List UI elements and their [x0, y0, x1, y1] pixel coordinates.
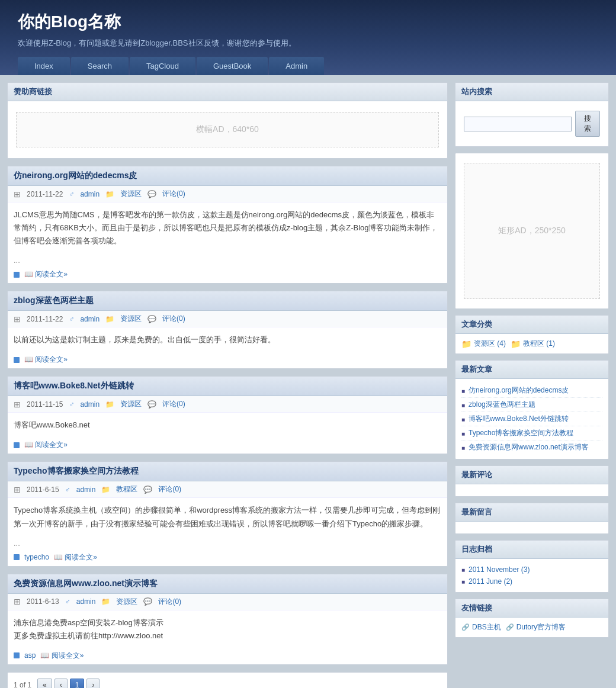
- main-content: 赞助商链接 横幅AD，640*60 仿neirong.org网站的dedecms…: [7, 82, 448, 688]
- recent-messages-section: 最新留言: [455, 503, 609, 534]
- read-more-link-2[interactable]: 📖 阅读全文»: [24, 440, 68, 450]
- article-comments[interactable]: 评论(0): [162, 189, 185, 199]
- main-nav: IndexSearchTagCloudGuestBookAdmin: [18, 57, 598, 75]
- recent-link-1[interactable]: zblog深蓝色两栏主题: [469, 400, 535, 410]
- tag-link-typecho[interactable]: typecho: [24, 553, 49, 561]
- article-body-4: 浦东信息港免费asp空间安装Z-blog博客演示更多免费虚拟主机请前往http:…: [8, 610, 447, 648]
- comment-icon: 💬: [147, 190, 156, 198]
- category-link-0[interactable]: 资源区 (4): [474, 339, 506, 349]
- nav-item-admin[interactable]: Admin: [269, 57, 324, 75]
- archive-link-0[interactable]: 2011 November (3): [469, 565, 530, 574]
- recent-link-0[interactable]: 仿neirong.org网站的dedecms皮: [469, 385, 569, 396]
- article-meta-3: ⊞ 2011-6-15 ♂ admin 📁 教程区 💬 评论(0): [8, 481, 447, 498]
- article-body-1: 以前还以为这是款订制主题，原来是免费的。出自低一度的手，很简洁好看。: [8, 327, 447, 352]
- search-title: 站内搜索: [455, 83, 608, 101]
- ad-square: 矩形AD，250*250: [464, 163, 600, 299]
- article-body-0: JLCMS意思为简随CMS，是博客吧发布的第一款仿皮，这款主题是仿neirong…: [8, 202, 447, 253]
- archive-title: 日志归档: [455, 541, 608, 559]
- article-category[interactable]: 资源区: [120, 399, 142, 409]
- article-body-3: Typecho博客系统换主机（或空间）的步骤很简单，和wordpress博客系统…: [8, 498, 447, 536]
- friend-link-1[interactable]: 🔗Dutory官方博客: [506, 622, 566, 632]
- article-title-bar-4: 免费资源信息网www.zloo.net演示博客: [8, 574, 447, 594]
- article-author[interactable]: admin: [80, 190, 100, 198]
- article-body-2: 博客吧www.Boke8.net: [8, 413, 447, 438]
- ad-square-content: 矩形AD，250*250: [455, 153, 608, 308]
- category-link-1[interactable]: 教程区 (1): [523, 339, 555, 349]
- category-list: 📁资源区 (4)📁教程区 (1): [461, 339, 602, 349]
- read-more-link-1[interactable]: 📖 阅读全文»: [24, 355, 68, 365]
- blog-title: 你的Blog名称: [18, 11, 598, 33]
- nav-item-index[interactable]: Index: [18, 57, 70, 75]
- archive-item-0: ■2011 November (3): [461, 564, 602, 576]
- article-category[interactable]: 资源区: [120, 314, 142, 324]
- article-ellipsis-3: ...: [8, 536, 447, 550]
- article-title-link-4[interactable]: 免费资源信息网www.zloo.net演示博客: [14, 578, 158, 588]
- recent-comments-section: 最新评论: [455, 465, 609, 497]
- article-title-link-3[interactable]: Typecho博客搬家换空间方法教程: [14, 466, 139, 475]
- categories-section: 文章分类 📁资源区 (4)📁教程区 (1): [455, 315, 609, 354]
- article-comments[interactable]: 评论(0): [158, 484, 181, 494]
- recent-messages-title: 最新留言: [455, 503, 608, 522]
- article-title-bar-2: 博客吧www.Boke8.Net外链跳转: [8, 377, 447, 396]
- grid-icon: ⊞: [14, 485, 21, 494]
- article-title-link-1[interactable]: zblog深蓝色两栏主题: [14, 295, 94, 305]
- friend-link-0[interactable]: 🔗DBS主机: [461, 622, 501, 632]
- archive-item-1: ■2011 June (2): [461, 576, 602, 587]
- tag-link-asp[interactable]: asp: [24, 651, 36, 660]
- sidebar: 站内搜索 搜索 矩形AD，250*250 文章分类 📁资源区 (4)📁教程区 (…: [455, 82, 609, 688]
- article-date: 2011-11-15: [27, 400, 63, 409]
- ad-banner: 横幅AD，640*60: [16, 112, 439, 147]
- comment-icon: 💬: [143, 486, 152, 494]
- article-tags-2: 📖 阅读全文»: [8, 438, 447, 454]
- search-section: 站内搜索 搜索: [455, 82, 609, 147]
- read-more-link-0[interactable]: 📖 阅读全文»: [24, 269, 68, 279]
- article-3: Typecho博客搬家换空间方法教程 ⊞ 2011-6-15 ♂ admin 📁…: [7, 461, 448, 566]
- article-comments[interactable]: 评论(0): [162, 399, 185, 409]
- recent-article-0: ■仿neirong.org网站的dedecms皮: [461, 384, 602, 398]
- male-icon: ♂: [65, 597, 70, 606]
- search-input[interactable]: [464, 117, 572, 131]
- article-meta-0: ⊞ 2011-11-22 ♂ admin 📁 资源区 💬 评论(0): [8, 186, 447, 202]
- page-prev-prev[interactable]: «: [37, 679, 52, 688]
- article-tags-3: typecho📖 阅读全文»: [8, 550, 447, 566]
- nav-item-guestbook[interactable]: GuestBook: [197, 57, 268, 75]
- pagination: 1 of 1 « ‹ 1 ›: [7, 672, 448, 688]
- dot-icon-3: [14, 554, 20, 560]
- nav-item-search[interactable]: Search: [71, 57, 129, 75]
- read-more-link-4[interactable]: 📖 阅读全文»: [40, 651, 84, 661]
- page-wrapper: 赞助商链接 横幅AD，640*60 仿neirong.org网站的dedecms…: [0, 75, 616, 688]
- article-comments[interactable]: 评论(0): [158, 597, 181, 607]
- page-next[interactable]: ›: [86, 679, 100, 688]
- article-author[interactable]: admin: [80, 400, 100, 409]
- article-category[interactable]: 资源区: [116, 597, 137, 607]
- article-category[interactable]: 资源区: [120, 189, 142, 199]
- nav-item-tagcloud[interactable]: TagCloud: [130, 57, 195, 75]
- read-more-link-3[interactable]: 📖 阅读全文»: [54, 552, 97, 562]
- category-icon-1: 📁: [511, 339, 521, 349]
- page-prev[interactable]: ‹: [54, 679, 68, 688]
- article-title-link-2[interactable]: 博客吧www.Boke8.Net外链跳转: [14, 381, 134, 390]
- article-title-link-0[interactable]: 仿neirong.org网站的dedecms皮: [14, 171, 137, 180]
- grid-icon: ⊞: [14, 189, 21, 199]
- male-icon: ♂: [65, 486, 70, 494]
- archive-link-1[interactable]: 2011 June (2): [469, 577, 512, 586]
- recent-bullet-4: ■: [461, 445, 465, 451]
- article-comments[interactable]: 评论(0): [162, 314, 185, 324]
- dot-icon-0: [14, 272, 20, 278]
- recent-article-3: ■Typecho博客搬家换空间方法教程: [461, 426, 602, 441]
- recent-link-4[interactable]: 免费资源信息网www.zloo.net演示博客: [469, 442, 589, 452]
- article-category[interactable]: 教程区: [116, 484, 137, 494]
- article-date: 2011-11-22: [27, 315, 63, 323]
- search-button[interactable]: 搜索: [575, 111, 600, 137]
- male-icon: ♂: [69, 190, 74, 198]
- recent-link-2[interactable]: 博客吧www.Boke8.Net外链跳转: [469, 414, 569, 424]
- article-author[interactable]: admin: [80, 315, 100, 323]
- recent-comments-title: 最新评论: [455, 466, 608, 484]
- article-2: 博客吧www.Boke8.Net外链跳转 ⊞ 2011-11-15 ♂ admi…: [7, 376, 448, 454]
- recent-bullet-1: ■: [461, 402, 465, 409]
- recent-link-3[interactable]: Typecho博客搬家换空间方法教程: [469, 428, 573, 438]
- recent-bullet-3: ■: [461, 430, 465, 437]
- article-author[interactable]: admin: [76, 597, 96, 606]
- article-author[interactable]: admin: [76, 486, 96, 494]
- friend-links-section: 友情链接 🔗DBS主机🔗Dutory官方博客: [455, 599, 609, 638]
